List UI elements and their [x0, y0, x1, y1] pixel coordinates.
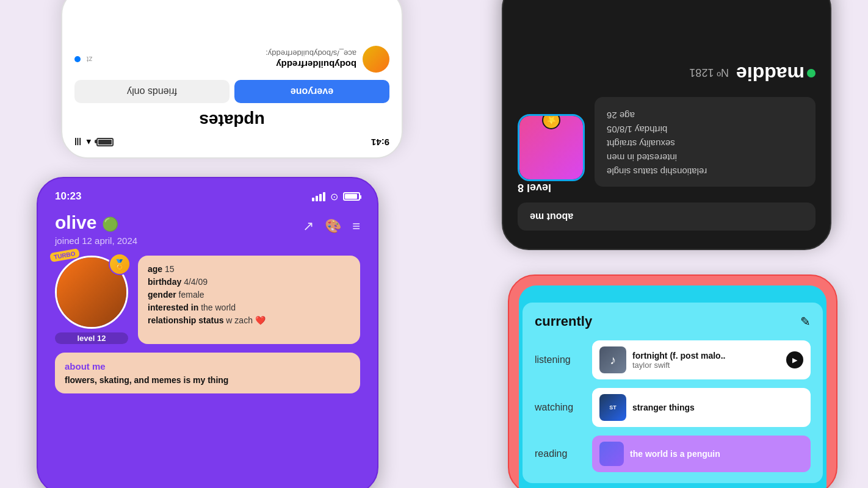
profile-avatar-wrap: TURBO 🏅 level 12 — [55, 256, 128, 344]
signal-bars — [312, 192, 325, 201]
song-text: fortnight (f. post malo.. taylor swift — [632, 351, 780, 370]
show-title: stranger things — [632, 403, 803, 412]
listening-row: listening ♪ fortnight (f. post malo.. ta… — [535, 340, 811, 379]
purple-name-section: olive 🟢 joined 12 april, 2024 — [55, 212, 137, 256]
about-card: about me flowers, skating, and memes is … — [55, 353, 360, 393]
wifi-icon: ▲ — [85, 138, 93, 147]
signal-icon: ||| — [74, 138, 81, 147]
dark-avatar: ⭐ — [518, 114, 585, 181]
phone-top-left: 9:41 ▲ ||| updates everyone friends only… — [61, 0, 403, 159]
dark-birthday: birthday 1/8/05 — [607, 124, 803, 135]
info-interested-in: interested in the world — [148, 303, 350, 312]
profile-card-row: TURBO 🏅 level 12 age 15 birthday 4/4/09 … — [55, 256, 360, 344]
show-thumbnail: ST — [599, 394, 626, 421]
currently-header: currently ✎ — [535, 314, 811, 329]
battery-icon — [96, 138, 114, 147]
dark-age: age 26 — [607, 110, 803, 121]
palette-icon[interactable]: 🎨 — [325, 218, 341, 234]
phone-bottom-left: 10:23 ⊙ olive 🟢 joined 12 april, 2024 — [37, 177, 378, 488]
tab-friends[interactable]: friends only — [74, 80, 230, 103]
purple-action-icons: ↗ 🎨 ≡ — [303, 212, 360, 234]
wifi-icon-purple: ⊙ — [330, 191, 338, 203]
message-avatar — [363, 46, 389, 73]
dark-online-dot — [807, 70, 816, 78]
show-text: stranger things — [632, 403, 803, 412]
purple-status-icons: ⊙ — [312, 191, 360, 203]
green-circle-emoji: 🟢 — [102, 217, 118, 232]
reading-label: reading — [535, 448, 584, 459]
book-thumbnail — [599, 442, 624, 466]
dark-info-card: relationship status single interested in… — [595, 97, 816, 187]
dark-relationship: relationship status single — [607, 167, 803, 177]
top-bar-cyan — [519, 285, 826, 303]
reading-item[interactable]: the world is a penguin — [592, 436, 811, 472]
message-time: zt — [87, 55, 92, 63]
menu-icon[interactable]: ≡ — [352, 218, 360, 234]
play-button[interactable]: ▶ — [786, 351, 803, 368]
dark-about-card: about me — [518, 203, 816, 231]
dark-avatar-section: level 8 ⭐ — [518, 114, 585, 194]
message-text: ace_/s/bodybuilderfreddy: — [98, 49, 356, 58]
watching-label: watching — [535, 402, 584, 413]
info-gender: gender female — [148, 290, 350, 300]
song-artist: taylor swift — [632, 361, 780, 370]
purple-joined: joined 12 april, 2024 — [55, 235, 137, 246]
listening-label: listening — [535, 354, 584, 365]
about-text: flowers, skating, and memes is my thing — [65, 375, 350, 385]
phone-top-right: about me relationship status single inte… — [502, 0, 831, 250]
info-age: age 15 — [148, 264, 350, 274]
phone-bottom-right: currently ✎ listening ♪ fortnight (f. po… — [508, 274, 837, 488]
battery-purple — [343, 192, 360, 201]
dark-sexuality: sexuality straight — [607, 138, 803, 149]
watching-row: watching ST stranger things — [535, 388, 811, 427]
dark-level: level 8 — [518, 181, 585, 194]
tabs-row: everyone friends only — [74, 80, 389, 103]
status-bar-purple: 10:23 ⊙ — [55, 190, 360, 203]
song-title: fortnight (f. post malo.. — [632, 351, 780, 361]
status-icons-tl: ▲ ||| — [74, 138, 114, 147]
listening-item[interactable]: ♪ fortnight (f. post malo.. taylor swift… — [592, 340, 811, 379]
status-bar-tl: 9:41 ▲ ||| — [74, 137, 389, 148]
book-title: the world is a penguin — [630, 449, 720, 459]
dark-number: Nº 1281 — [689, 66, 729, 79]
watching-item[interactable]: ST stranger things — [592, 388, 811, 427]
profile-avatar-badge: 🏅 — [109, 253, 131, 275]
dark-interested: interested in men — [607, 152, 803, 163]
share-icon[interactable]: ↗ — [303, 218, 314, 234]
dark-username: maddie — [736, 62, 805, 85]
currently-outer: currently ✎ listening ♪ fortnight (f. po… — [519, 303, 826, 488]
profile-level: level 12 — [55, 332, 128, 344]
message-name: bodybuilderfreddy — [98, 59, 356, 70]
tab-everyone[interactable]: everyone — [234, 80, 389, 103]
message-row[interactable]: bodybuilderfreddy ace_/s/bodybuilderfred… — [74, 46, 389, 73]
about-title: about me — [65, 361, 350, 371]
notification-dot — [74, 56, 81, 62]
currently-title: currently — [535, 314, 592, 329]
reading-row: reading the world is a penguin — [535, 436, 811, 472]
dark-username-row: maddie Nº 1281 — [518, 62, 816, 85]
song-thumbnail: ♪ — [599, 346, 626, 373]
time-tl: 9:41 — [371, 137, 389, 148]
updates-title: updates — [74, 110, 389, 130]
message-content: bodybuilderfreddy ace_/s/bodybuilderfred… — [98, 49, 356, 70]
profile-info-card: age 15 birthday 4/4/09 gender female int… — [138, 256, 360, 344]
info-relationship: relationship status w zach ❤️ — [148, 315, 350, 325]
edit-icon[interactable]: ✎ — [800, 314, 811, 329]
purple-username: olive 🟢 — [55, 212, 137, 233]
currently-inner: currently ✎ listening ♪ fortnight (f. po… — [523, 303, 823, 483]
info-birthday: birthday 4/4/09 — [148, 277, 350, 287]
dark-about-title: about me — [530, 211, 803, 222]
purple-time: 10:23 — [55, 190, 81, 203]
